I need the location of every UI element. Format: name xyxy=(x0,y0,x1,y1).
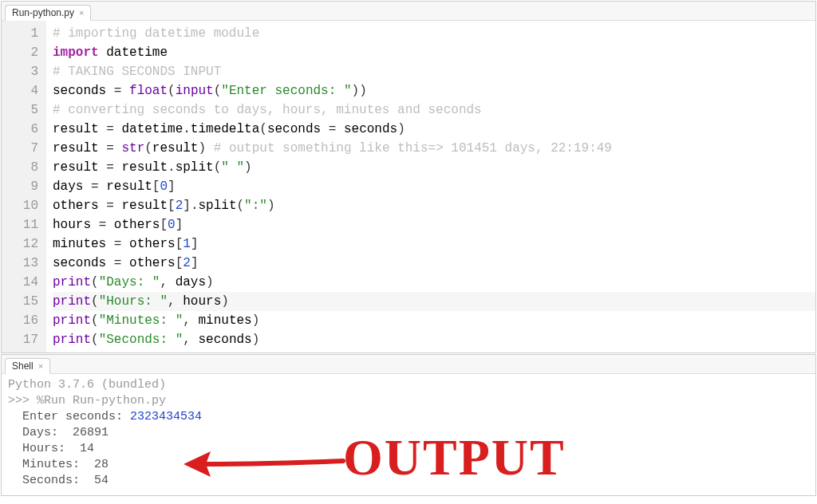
line-number: 5 xyxy=(2,100,38,120)
shell-tab[interactable]: Shell × xyxy=(5,358,50,374)
line-number: 8 xyxy=(2,158,38,177)
code-line[interactable]: import datetime xyxy=(53,43,815,62)
code-line[interactable]: result = datetime.timedelta(seconds = se… xyxy=(53,120,815,139)
shell-user-input: 2323434534 xyxy=(130,410,202,423)
code-line[interactable]: seconds = others[2] xyxy=(53,254,815,273)
shell-output-line: Days: 26891 xyxy=(8,426,109,439)
shell-run-command: %Run Run-python.py xyxy=(37,394,166,408)
editor-tab-bar: Run-python.py × xyxy=(2,2,815,21)
line-number: 9 xyxy=(2,177,38,196)
shell-output-line: Seconds: 54 xyxy=(8,474,109,487)
shell-tab-bar: Shell × xyxy=(2,355,815,374)
code-line[interactable]: print("Days: ", days) xyxy=(53,273,815,292)
code-line[interactable]: days = result[0] xyxy=(53,177,815,196)
code-line[interactable]: print("Seconds: ", seconds) xyxy=(53,330,815,349)
line-number: 3 xyxy=(2,62,38,81)
line-gutter: 1234567891011121314151617 xyxy=(2,21,46,352)
shell-version: Python 3.7.6 (bundled) xyxy=(8,378,166,392)
editor-body[interactable]: 1234567891011121314151617 # importing da… xyxy=(2,21,815,352)
line-number: 12 xyxy=(2,234,38,254)
line-number: 7 xyxy=(2,139,38,158)
shell-output-line: Minutes: 28 xyxy=(8,458,109,471)
code-line[interactable]: seconds = float(input("Enter seconds: ")… xyxy=(53,81,815,100)
close-icon[interactable]: × xyxy=(38,362,43,371)
line-number: 15 xyxy=(2,292,38,311)
code-line[interactable]: # importing datetime module xyxy=(53,24,815,43)
code-line[interactable]: result = str(result) # output something … xyxy=(53,139,815,158)
line-number: 16 xyxy=(2,311,38,330)
shell-pane: Shell × Python 3.7.6 (bundled) >>> %Run … xyxy=(1,354,816,496)
code-line[interactable]: # converting seconds to days, hours, min… xyxy=(53,100,815,120)
code-line[interactable]: hours = others[0] xyxy=(53,215,815,234)
editor-pane: Run-python.py × 123456789101112131415161… xyxy=(1,1,816,353)
line-number: 2 xyxy=(2,43,38,62)
code-line[interactable]: print("Minutes: ", minutes) xyxy=(53,311,815,330)
line-number: 14 xyxy=(2,273,38,292)
code-line[interactable]: # TAKING SECONDS INPUT xyxy=(53,62,815,81)
code-line[interactable]: minutes = others[1] xyxy=(53,234,815,254)
line-number: 17 xyxy=(2,330,38,349)
shell-tab-label: Shell xyxy=(12,360,34,372)
shell-output: Days: 26891 Hours: 14 Minutes: 28 Second… xyxy=(8,426,109,487)
code-area[interactable]: # importing datetime moduleimport dateti… xyxy=(46,21,815,352)
shell-prompt: >>> xyxy=(8,394,37,408)
close-icon[interactable]: × xyxy=(79,9,84,18)
code-line[interactable]: result = result.split(" ") xyxy=(53,158,815,177)
shell-body[interactable]: Python 3.7.6 (bundled) >>> %Run Run-pyth… xyxy=(2,374,815,495)
line-number: 6 xyxy=(2,120,38,139)
line-number: 13 xyxy=(2,254,38,273)
shell-output-line: Hours: 14 xyxy=(8,442,94,455)
editor-tab[interactable]: Run-python.py × xyxy=(5,5,91,21)
editor-tab-label: Run-python.py xyxy=(12,7,74,18)
code-line[interactable]: others = result[2].split(":") xyxy=(53,196,815,215)
line-number: 1 xyxy=(2,24,38,43)
code-line[interactable]: print("Hours: ", hours) xyxy=(53,292,815,311)
line-number: 4 xyxy=(2,81,38,100)
line-number: 10 xyxy=(2,196,38,215)
shell-input-prompt: Enter seconds: xyxy=(8,410,130,423)
line-number: 11 xyxy=(2,215,38,234)
